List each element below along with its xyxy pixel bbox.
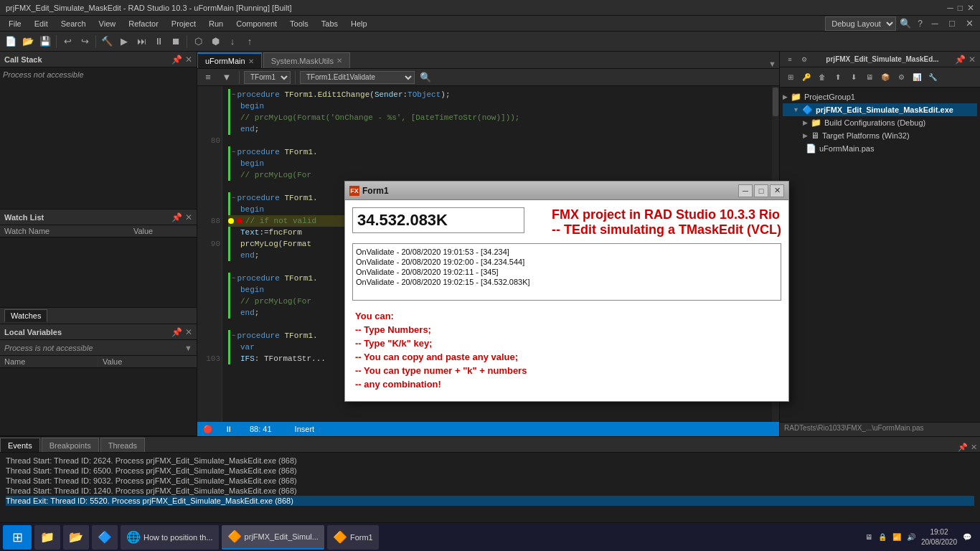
- form1-maximize[interactable]: □: [754, 184, 768, 197]
- menu-refactor[interactable]: Refactor: [123, 18, 164, 29]
- local-vars-process-dropdown[interactable]: Process is not accessible ▼: [0, 340, 197, 356]
- watch-list-pin[interactable]: 📌: [171, 212, 182, 222]
- tab-system-close[interactable]: ✕: [336, 57, 342, 65]
- rp-close[interactable]: ✕: [969, 55, 976, 65]
- tb-undo[interactable]: ↩: [60, 34, 75, 50]
- bottom-panel-close[interactable]: ✕: [971, 443, 977, 452]
- rp-tb-3[interactable]: 🗑: [814, 70, 830, 85]
- taskbar-form1[interactable]: 🔶 Form1: [327, 525, 379, 550]
- tab-breakpoints[interactable]: Breakpoints: [42, 438, 99, 452]
- menu-edit[interactable]: Edit: [29, 18, 54, 29]
- et-search-btn[interactable]: 🔍: [418, 70, 433, 85]
- rp-tb-1[interactable]: ⊞: [783, 70, 798, 85]
- taskbar-folder[interactable]: 📂: [63, 525, 89, 550]
- method-dropdown[interactable]: TForm1.Edit1Validate: [300, 71, 415, 84]
- menu-tabs[interactable]: Tabs: [316, 18, 344, 29]
- tab-uformMain-close[interactable]: ✕: [248, 57, 254, 65]
- form1-close[interactable]: ✕: [770, 184, 784, 197]
- debug-layout-search[interactable]: 🔍: [897, 16, 913, 32]
- code-line: // prcMyLog(Format('OnChange - %s', [Dat…: [228, 112, 773, 123]
- tb-open[interactable]: 📂: [20, 34, 36, 50]
- local-vars-close[interactable]: ✕: [185, 327, 192, 337]
- watches-tab[interactable]: Watches: [4, 309, 47, 322]
- tab-uformMain[interactable]: uFormMain ✕: [197, 52, 262, 68]
- taskbar-start[interactable]: ⊞: [3, 525, 32, 550]
- form1-minimize[interactable]: ─: [738, 184, 753, 197]
- taskbar-app1[interactable]: 🔷: [92, 525, 118, 550]
- menu-run[interactable]: Run: [203, 18, 229, 29]
- debug-maximize[interactable]: □: [944, 16, 960, 32]
- tb-debug-4[interactable]: ↑: [242, 34, 258, 50]
- bottom-panel-pin[interactable]: 📌: [958, 443, 968, 452]
- tb-new[interactable]: 📄: [3, 34, 19, 50]
- menu-file[interactable]: File: [3, 18, 27, 29]
- tab-threads[interactable]: Threads: [100, 438, 145, 452]
- debug-minimize[interactable]: ─: [927, 16, 943, 32]
- tray-icon-speaker: 🔊: [907, 533, 915, 541]
- tb-debug-3[interactable]: ↓: [225, 34, 240, 50]
- form1-titlebar[interactable]: FX Form1 ─ □ ✕: [345, 182, 788, 200]
- close-btn[interactable]: ✕: [967, 3, 974, 13]
- tb-save[interactable]: 💾: [37, 34, 53, 50]
- class-dropdown[interactable]: TForm1: [244, 71, 291, 84]
- tree-item[interactable]: ▼ 🔷 prjFMX_Edit_Simulate_MaskEdit.exe: [783, 103, 977, 116]
- bottom-panel: Events Breakpoints Threads 📌 ✕ Thread St…: [0, 436, 980, 522]
- tree-item[interactable]: ▶ 🖥 Target Platforms (Win32): [783, 129, 977, 142]
- local-vars-pin[interactable]: 📌: [171, 327, 182, 337]
- tree-arrow: ▼: [793, 106, 799, 113]
- et-btn-1[interactable]: ≡: [200, 70, 216, 85]
- menu-component[interactable]: Component: [230, 18, 283, 29]
- tb-run[interactable]: ▶: [116, 34, 132, 50]
- rp-tb-8[interactable]: ⚙: [893, 70, 909, 85]
- rp-tb-2[interactable]: 🔑: [798, 70, 814, 85]
- call-stack-pin[interactable]: 📌: [171, 55, 182, 65]
- menu-project[interactable]: Project: [166, 18, 202, 29]
- tb-step[interactable]: ⏭: [133, 34, 149, 50]
- taskbar-prjfmx[interactable]: 🔶 prjFMX_Edit_Simul...: [222, 525, 324, 550]
- rp-tb-7[interactable]: 📦: [877, 70, 893, 85]
- tb-debug-1[interactable]: ⬡: [190, 34, 206, 50]
- rp-tb-5[interactable]: ⬇: [846, 70, 862, 85]
- editor-scrollbar-thumb[interactable]: [773, 88, 778, 116]
- minimize-btn[interactable]: ─: [947, 3, 953, 13]
- call-stack-close[interactable]: ✕: [185, 55, 192, 65]
- form1-input[interactable]: [352, 207, 524, 233]
- menu-help[interactable]: Help: [345, 18, 373, 29]
- menu-tools[interactable]: Tools: [284, 18, 314, 29]
- tree-item[interactable]: ▶ 📁 ProjectGroup1: [783, 90, 977, 103]
- menu-search[interactable]: Search: [55, 18, 92, 29]
- tree-icon: 📁: [791, 92, 801, 102]
- et-btn-2[interactable]: ▼: [219, 70, 235, 85]
- tabs-dropdown-btn[interactable]: ▼: [768, 60, 776, 68]
- rp-toolbar-btn-2[interactable]: ⚙: [798, 54, 810, 65]
- rp-tb-6[interactable]: 🖥: [862, 70, 877, 85]
- rp-toolbar-btn-1[interactable]: ≡: [784, 54, 796, 65]
- tab-events[interactable]: Events: [0, 438, 40, 452]
- editor-tabs: uFormMain ✕ System.MaskUtils ✕ ▼: [197, 52, 779, 69]
- tree-item[interactable]: ▶ 📁 Build Configurations (Debug): [783, 116, 977, 129]
- debug-layout-dropdown[interactable]: Debug Layout: [825, 17, 896, 31]
- tab-system-maskutils[interactable]: System.MaskUtils ✕: [263, 52, 350, 68]
- rp-tb-9[interactable]: 📊: [909, 70, 925, 85]
- right-panel-controls: 📌 ✕: [955, 55, 976, 65]
- rp-pin[interactable]: 📌: [955, 55, 966, 65]
- taskbar-file-explorer[interactable]: 📁: [34, 525, 60, 550]
- maximize-btn[interactable]: □: [958, 3, 963, 13]
- tb-debug-2[interactable]: ⬢: [207, 34, 223, 50]
- menu-view[interactable]: View: [93, 18, 122, 29]
- rp-tb-10[interactable]: 🔧: [925, 70, 941, 85]
- tb-build[interactable]: 🔨: [99, 34, 115, 50]
- watch-list-close[interactable]: ✕: [185, 212, 192, 222]
- tray-notification[interactable]: 💬: [963, 533, 971, 541]
- local-vars-col-name: Name: [0, 356, 98, 367]
- tree-item[interactable]: 📄 uFormMain.pas: [783, 142, 977, 155]
- taskbar-how-to-position[interactable]: 🌐 How to position th...: [121, 525, 219, 550]
- tb-stop[interactable]: ⏹: [168, 34, 184, 50]
- call-stack-header: Call Stack 📌 ✕: [0, 52, 197, 67]
- debug-close[interactable]: ✕: [961, 16, 977, 32]
- tree-label: ProjectGroup1: [804, 93, 855, 101]
- tb-pause[interactable]: ⏸: [151, 34, 166, 50]
- form1-log[interactable]: OnValidate - 20/08/2020 19:01:53 - [34.2…: [352, 243, 781, 301]
- rp-tb-4[interactable]: ⬆: [830, 70, 846, 85]
- tb-redo[interactable]: ↪: [77, 34, 93, 50]
